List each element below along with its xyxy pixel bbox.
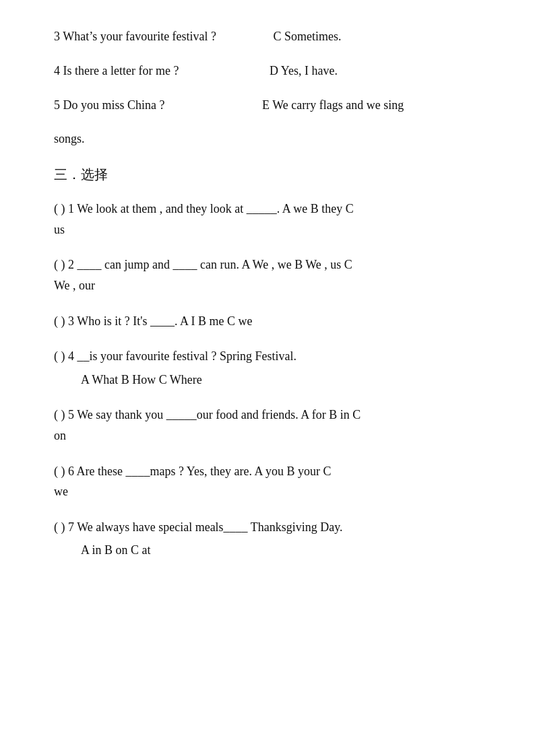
q4-text: 4 Is there a letter for me ?	[54, 64, 179, 77]
s3q3-row: ( ) 3 Who is it ? It's ____. A I B me C …	[54, 311, 481, 332]
q3-line: 3 What’s your favourite festival ? C Som…	[54, 27, 481, 46]
s3q7-text: ( ) 7 We always have special meals____ T…	[54, 517, 481, 538]
q5-cont-text: songs.	[54, 132, 85, 145]
s3q3-text: ( ) 3 Who is it ? It's ____. A I B me C …	[54, 311, 481, 332]
s3q4-options: A What B How C Where	[81, 370, 481, 390]
s3q5-cont: on	[54, 425, 481, 446]
s3q1-cont: us	[54, 219, 481, 240]
s3q5-text: ( ) 5 We say thank you _____our food and…	[54, 405, 481, 425]
q4-line: 4 Is there a letter for me ? D Yes, I ha…	[54, 61, 481, 81]
s3q7-options: A in B on C at	[81, 540, 481, 561]
questions-section: 3 What’s your favourite festival ? C Som…	[54, 27, 481, 149]
section3: 三．选择 ( ) 1 We look at them , and they lo…	[54, 164, 481, 561]
s3q6-row: ( ) 6 Are these ____maps ? Yes, they are…	[54, 461, 481, 502]
q4-answer: D Yes, I have.	[270, 64, 338, 77]
q5-cont-line: songs.	[54, 129, 481, 149]
s3q4-text: ( ) 4 __is your favourite festival ? Spr…	[54, 346, 481, 367]
s3q6-cont: we	[54, 481, 481, 502]
s3q4-row: ( ) 4 __is your favourite festival ? Spr…	[54, 346, 481, 390]
q5-text: 5 Do you miss China ?	[54, 98, 165, 112]
s3q2-row: ( ) 2 ____ can jump and ____ can run. A …	[54, 254, 481, 296]
section3-title: 三．选择	[54, 164, 481, 185]
q3-text: 3 What’s your favourite festival ?	[54, 30, 216, 43]
s3q1-row: ( ) 1 We look at them , and they look at…	[54, 199, 481, 240]
q3-answer: C Sometimes.	[274, 30, 342, 43]
s3q7-row: ( ) 7 We always have special meals____ T…	[54, 517, 481, 561]
s3q2-text: ( ) 2 ____ can jump and ____ can run. A …	[54, 254, 481, 275]
s3q2-cont: We , our	[54, 275, 481, 296]
s3q5-row: ( ) 5 We say thank you _____our food and…	[54, 405, 481, 446]
q5-line: 5 Do you miss China ? E We carry flags a…	[54, 96, 481, 115]
s3q6-text: ( ) 6 Are these ____maps ? Yes, they are…	[54, 461, 481, 482]
s3q1-text: ( ) 1 We look at them , and they look at…	[54, 199, 481, 219]
q5-answer: E We carry flags and we sing	[262, 98, 404, 112]
